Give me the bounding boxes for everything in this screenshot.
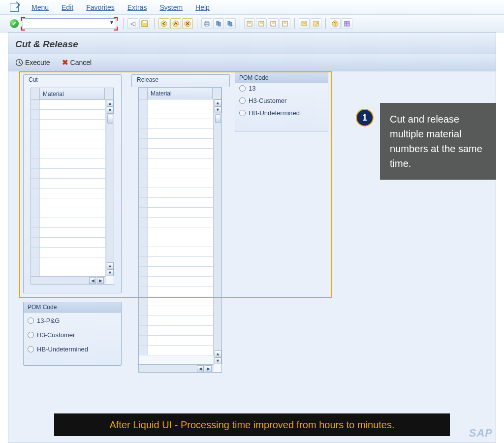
pom-bottom-option-hb[interactable]: HB-Undetermined xyxy=(28,346,117,353)
table-row[interactable] xyxy=(139,119,214,129)
command-field[interactable]: ▼ xyxy=(23,18,116,29)
release-table[interactable]: Material ▲ ▼ ▲ ▼ ◀ ▶ xyxy=(138,87,222,373)
release-config-column[interactable] xyxy=(213,88,221,99)
scroll-up-end-icon[interactable]: ▲ xyxy=(215,350,221,357)
release-select-all[interactable] xyxy=(139,88,148,99)
pom-bottom-option-h3[interactable]: H3-Customer xyxy=(28,331,117,339)
table-row[interactable] xyxy=(139,168,214,178)
table-row[interactable] xyxy=(31,189,106,198)
table-row[interactable] xyxy=(31,198,106,208)
menu-item-help[interactable]: Help xyxy=(195,3,210,11)
nav-back-icon[interactable] xyxy=(158,18,169,29)
cancel-button[interactable]: ✖ Cancel xyxy=(62,58,92,67)
cut-config-column[interactable] xyxy=(105,88,114,100)
scroll-down-end-icon[interactable]: ▼ xyxy=(215,357,221,364)
table-row[interactable] xyxy=(31,159,106,169)
table-row[interactable] xyxy=(139,198,214,208)
cut-select-all[interactable] xyxy=(31,88,40,100)
table-row[interactable] xyxy=(139,178,214,188)
scroll-up-icon[interactable]: ▲ xyxy=(107,100,114,107)
table-row[interactable] xyxy=(31,149,106,159)
command-input[interactable] xyxy=(23,18,116,29)
table-row[interactable] xyxy=(139,237,214,247)
save-icon[interactable] xyxy=(139,18,150,29)
menu-item-favorites[interactable]: Favorites xyxy=(86,3,115,11)
cut-column-header[interactable]: Material xyxy=(40,88,105,100)
first-page-icon[interactable] xyxy=(244,18,255,29)
scroll-right-icon[interactable]: ▶ xyxy=(205,365,212,372)
help-icon[interactable]: ? xyxy=(330,18,341,29)
table-row[interactable] xyxy=(139,247,214,257)
table-row[interactable] xyxy=(139,296,214,306)
table-row[interactable] xyxy=(139,336,214,346)
find-next-icon[interactable] xyxy=(225,18,236,29)
release-column-header[interactable]: Material xyxy=(148,88,213,99)
table-row[interactable] xyxy=(139,227,214,237)
table-row[interactable] xyxy=(31,257,106,267)
prev-page-icon[interactable] xyxy=(256,18,267,29)
release-vscroll[interactable]: ▲ ▼ ▲ ▼ xyxy=(214,99,221,364)
table-row[interactable] xyxy=(139,257,214,267)
table-row[interactable] xyxy=(139,267,214,277)
scroll-right-icon[interactable]: ▶ xyxy=(97,277,104,284)
table-row[interactable] xyxy=(31,218,106,228)
cut-vscroll[interactable]: ▲ ▼ ▲ ▼ xyxy=(106,100,114,276)
scroll-down-icon[interactable]: ▼ xyxy=(215,106,221,113)
scroll-left-icon[interactable]: ◀ xyxy=(197,365,204,372)
release-hscroll[interactable]: ◀ ▶ xyxy=(139,364,214,372)
window-menu-icon[interactable] xyxy=(10,3,19,12)
menu-item-menu[interactable]: Menu xyxy=(32,3,49,11)
table-row[interactable] xyxy=(139,286,214,296)
table-row[interactable] xyxy=(31,267,106,276)
table-row[interactable] xyxy=(139,109,214,119)
table-row[interactable] xyxy=(139,158,214,168)
table-row[interactable] xyxy=(139,149,214,158)
scroll-up-icon[interactable]: ▲ xyxy=(215,99,221,106)
last-page-icon[interactable] xyxy=(280,18,290,29)
next-page-icon[interactable] xyxy=(268,18,279,29)
table-row[interactable] xyxy=(139,99,214,109)
new-session-icon[interactable] xyxy=(299,18,310,29)
find-icon[interactable] xyxy=(213,18,224,29)
table-row[interactable] xyxy=(139,346,214,355)
scroll-up-end-icon[interactable]: ▲ xyxy=(107,262,114,269)
cut-hscroll[interactable]: ◀ ▶ xyxy=(31,276,106,284)
table-row[interactable] xyxy=(31,100,106,110)
scroll-down-icon[interactable]: ▼ xyxy=(107,107,114,114)
table-row[interactable] xyxy=(139,218,214,227)
pom-top-option-h3[interactable]: H3-Customer xyxy=(239,97,324,104)
pom-top-option-13[interactable]: 13 xyxy=(239,85,324,92)
table-row[interactable] xyxy=(31,179,106,189)
table-row[interactable] xyxy=(139,188,214,198)
table-row[interactable] xyxy=(139,326,214,336)
execute-button[interactable]: Execute xyxy=(15,59,50,66)
shortcut-icon[interactable] xyxy=(311,18,321,29)
table-row[interactable] xyxy=(31,208,106,218)
table-row[interactable] xyxy=(139,208,214,218)
table-row[interactable] xyxy=(31,169,106,179)
menu-item-edit[interactable]: Edit xyxy=(62,3,73,11)
scroll-left-icon[interactable]: ◀ xyxy=(89,277,96,284)
scroll-thumb[interactable] xyxy=(107,115,113,124)
layout-icon[interactable] xyxy=(342,18,352,29)
table-row[interactable] xyxy=(31,129,106,139)
print-icon[interactable] xyxy=(201,18,212,29)
menu-item-system[interactable]: System xyxy=(159,3,183,11)
table-row[interactable] xyxy=(139,277,214,286)
table-row[interactable] xyxy=(139,129,214,139)
table-row[interactable] xyxy=(139,306,214,316)
table-row[interactable] xyxy=(31,248,106,257)
table-row[interactable] xyxy=(139,316,214,326)
nav-up-icon[interactable] xyxy=(170,18,181,29)
nav-cancel-icon[interactable] xyxy=(182,18,193,29)
table-row[interactable] xyxy=(31,139,106,149)
table-row[interactable] xyxy=(31,120,106,129)
table-row[interactable] xyxy=(31,238,106,248)
scroll-down-end-icon[interactable]: ▼ xyxy=(107,269,114,276)
enter-icon[interactable]: ✔ xyxy=(10,19,19,28)
cut-table[interactable]: Material ▲ ▼ ▲ ▼ ◀ ▶ xyxy=(31,88,114,285)
menu-item-extras[interactable]: Extras xyxy=(127,3,147,11)
pom-top-option-hb[interactable]: HB-Undetermined xyxy=(239,109,324,117)
scroll-thumb[interactable] xyxy=(215,114,221,123)
table-row[interactable] xyxy=(139,139,214,149)
